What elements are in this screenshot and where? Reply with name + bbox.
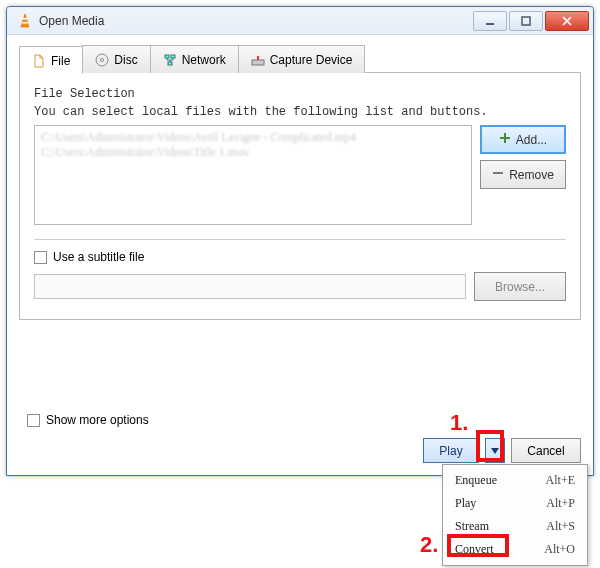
play-button[interactable]: Play xyxy=(423,438,479,463)
file-selection-title: File Selection xyxy=(34,87,566,101)
cancel-button[interactable]: Cancel xyxy=(511,438,581,463)
tab-bar: File Disc Network Capture Device xyxy=(19,45,581,73)
network-icon xyxy=(163,53,177,67)
svg-rect-11 xyxy=(168,62,172,65)
svg-rect-4 xyxy=(522,17,530,25)
button-label: Remove xyxy=(509,168,554,182)
button-label: Play xyxy=(439,444,462,458)
minus-icon xyxy=(492,167,504,182)
svg-rect-9 xyxy=(165,55,169,58)
chevron-down-icon xyxy=(491,448,499,454)
content-area: File Disc Network Capture Device File Se… xyxy=(7,35,593,475)
show-more-options-row[interactable]: Show more options xyxy=(27,413,149,427)
svg-rect-1 xyxy=(23,18,27,20)
file-entry[interactable]: C:\Users\Administrator\Videos\Title 1.mo… xyxy=(41,145,465,160)
divider xyxy=(34,239,566,240)
svg-rect-3 xyxy=(486,23,494,25)
play-dropdown-button[interactable] xyxy=(485,438,505,463)
svg-rect-10 xyxy=(171,55,175,58)
remove-button[interactable]: Remove xyxy=(480,160,566,189)
button-label: Browse... xyxy=(495,280,545,294)
window-title: Open Media xyxy=(39,14,473,28)
disc-icon xyxy=(95,53,109,67)
subtitle-path-input[interactable] xyxy=(34,274,466,299)
tab-label: Capture Device xyxy=(270,53,353,67)
tab-label: Network xyxy=(182,53,226,67)
maximize-button[interactable] xyxy=(509,11,543,31)
add-button[interactable]: Add... xyxy=(480,125,566,154)
file-icon xyxy=(32,54,46,68)
checkbox[interactable] xyxy=(27,414,40,427)
tab-disc[interactable]: Disc xyxy=(82,45,150,73)
window-controls xyxy=(473,11,589,31)
tab-network[interactable]: Network xyxy=(150,45,239,73)
file-selection-description: You can select local files with the foll… xyxy=(34,105,566,119)
menu-item-stream[interactable]: StreamAlt+S xyxy=(443,515,587,538)
open-media-window: Open Media File Disc Network Capture Dev xyxy=(6,6,594,476)
checkbox-label: Use a subtitle file xyxy=(53,250,144,264)
tab-label: Disc xyxy=(114,53,137,67)
button-label: Add... xyxy=(516,133,547,147)
annotation-label-1: 1. xyxy=(450,412,468,434)
capture-icon xyxy=(251,53,265,67)
file-panel: File Selection You can select local file… xyxy=(19,73,581,320)
checkbox-label: Show more options xyxy=(46,413,149,427)
vlc-icon xyxy=(17,13,33,29)
svg-rect-12 xyxy=(252,60,264,65)
file-list[interactable]: C:\Users\Administrator\Videos\Avril Lavi… xyxy=(34,125,472,225)
svg-rect-15 xyxy=(500,137,510,139)
browse-button[interactable]: Browse... xyxy=(474,272,566,301)
annotation-label-2: 2. xyxy=(420,534,438,556)
subtitle-checkbox-row[interactable]: Use a subtitle file xyxy=(34,250,566,264)
svg-rect-2 xyxy=(22,22,27,24)
minimize-button[interactable] xyxy=(473,11,507,31)
menu-item-convert[interactable]: ConvertAlt+O xyxy=(443,538,587,561)
svg-rect-13 xyxy=(257,56,259,60)
svg-marker-0 xyxy=(21,14,29,27)
tab-file[interactable]: File xyxy=(19,46,83,74)
svg-rect-16 xyxy=(493,172,503,174)
tab-label: File xyxy=(51,54,70,68)
file-entry[interactable]: C:\Users\Administrator\Videos\Avril Lavi… xyxy=(41,130,465,145)
button-label: Cancel xyxy=(527,444,564,458)
titlebar: Open Media xyxy=(7,7,593,35)
tab-capture-device[interactable]: Capture Device xyxy=(238,45,366,73)
svg-point-8 xyxy=(101,58,104,61)
plus-icon xyxy=(499,132,511,147)
close-button[interactable] xyxy=(545,11,589,31)
play-dropdown-menu: EnqueueAlt+E PlayAlt+P StreamAlt+S Conve… xyxy=(442,464,588,566)
menu-item-play[interactable]: PlayAlt+P xyxy=(443,492,587,515)
menu-item-enqueue[interactable]: EnqueueAlt+E xyxy=(443,469,587,492)
checkbox[interactable] xyxy=(34,251,47,264)
